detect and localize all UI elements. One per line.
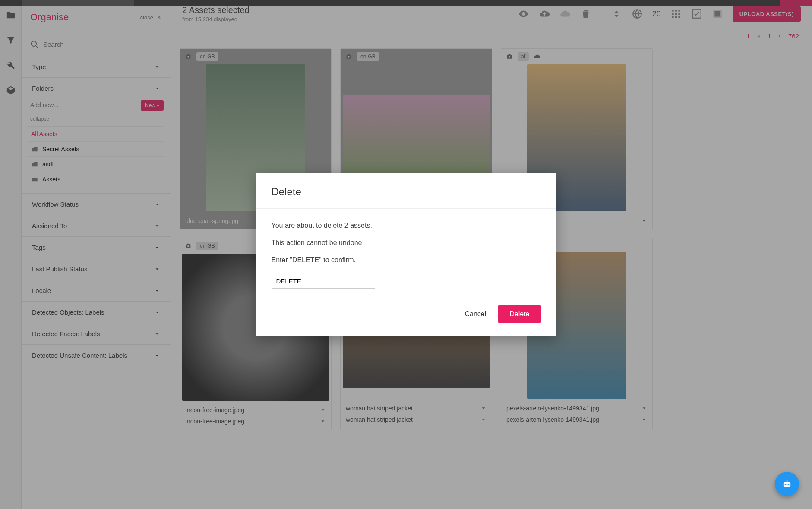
chat-fab[interactable]	[775, 472, 799, 496]
svg-rect-23	[787, 480, 787, 482]
modal-line2: This action cannot be undone.	[272, 239, 541, 247]
delete-button[interactable]: Delete	[498, 305, 540, 323]
modal-title: Delete	[272, 186, 541, 198]
modal-overlay: Delete You are about to delete 2 assets.…	[0, 0, 812, 509]
modal-line1: You are about to delete 2 assets.	[272, 222, 541, 229]
delete-modal: Delete You are about to delete 2 assets.…	[256, 173, 556, 336]
confirm-input[interactable]	[272, 274, 375, 289]
svg-point-22	[788, 484, 790, 485]
svg-point-21	[785, 484, 787, 485]
svg-rect-20	[784, 482, 790, 487]
cancel-button[interactable]: Cancel	[464, 310, 486, 318]
modal-line3: Enter "DELETE" to confirm.	[272, 256, 541, 264]
bot-icon	[781, 478, 793, 490]
